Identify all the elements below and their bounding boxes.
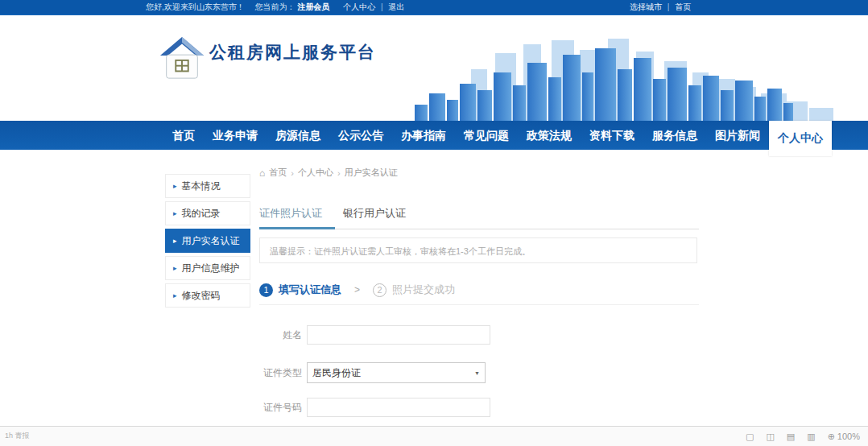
sidebar-item-label: 修改密码 (182, 283, 221, 308)
sidebar-item-basic-info[interactable]: ▸ 基本情况 (165, 174, 250, 198)
breadcrumb-separator: › (337, 168, 341, 178)
name-field-row: 姓名 (259, 324, 699, 345)
topbar-home-link[interactable]: 首页 (675, 2, 691, 11)
sidebar-item-label: 用户实名认证 (182, 229, 240, 253)
nav-item-photo-news[interactable]: 图片新闻 (706, 121, 769, 150)
nav-item-faq[interactable]: 常见问题 (455, 121, 518, 150)
sidebar-item-label: 我的记录 (182, 201, 221, 225)
sidebar-item-realname-auth[interactable]: ▸ 用户实名认证 (165, 229, 250, 253)
step-photo-submitted: 2 照片提交成功 (373, 283, 455, 297)
sidebar-item-label: 基本情况 (182, 174, 221, 198)
step-fill-auth-info: 1 填写认证信息 (259, 283, 341, 297)
personal-center-sidebar: ▸ 基本情况 ▸ 我的记录 ▸ 用户实名认证 ▸ 用户信息维护 ▸ 修改密码 (165, 174, 250, 311)
active-tab-underline (259, 227, 335, 229)
sidebar-item-user-info-maintain[interactable]: ▸ 用户信息维护 (165, 256, 250, 280)
tab-bank-user-auth[interactable]: 银行用户认证 (343, 201, 406, 229)
site-logo house-icon[interactable] (159, 35, 205, 81)
step-separator: > (354, 284, 360, 295)
main-nav: 首页 业务申请 房源信息 公示公告 办事指南 常见问题 政策法规 资料下载 服务… (0, 121, 868, 150)
nav-item-home[interactable]: 首页 (163, 121, 204, 150)
name-label: 姓名 (259, 328, 302, 342)
tab-id-photo-auth[interactable]: 证件照片认证 (259, 201, 322, 229)
browser-status-bar: 1h 青报 ▢ ◫ ▤ ▥ ⊕ 100% (0, 426, 868, 446)
step-number-badge: 1 (259, 283, 273, 297)
id-number-label: 证件号码 (259, 401, 302, 415)
step-indicator: 1 填写认证信息 > 2 照片提交成功 (259, 275, 699, 305)
topbar-divider: | (381, 2, 383, 11)
nav-item-housing-info[interactable]: 房源信息 (267, 121, 329, 150)
auth-tabs: 证件照片认证 银行用户认证 (259, 201, 699, 229)
shield-icon[interactable]: ▤ (787, 432, 795, 442)
topbar-divider-right: | (668, 2, 670, 11)
triangle-right-icon: ▸ (173, 229, 177, 253)
id-type-select[interactable]: 居民身份证 ▼ (307, 362, 486, 383)
id-number-input[interactable] (307, 398, 490, 417)
id-number-field-row: 证件号码 (259, 397, 699, 418)
page-icon[interactable]: ▢ (746, 432, 754, 442)
sidebar-item-my-records[interactable]: ▸ 我的记录 (165, 201, 250, 225)
zoom-icon: ⊕ (828, 432, 835, 442)
nav-item-personal-center[interactable]: 个人中心 (769, 121, 832, 156)
network-icon[interactable]: ◫ (766, 432, 774, 442)
nav-item-guide[interactable]: 办事指南 (392, 121, 455, 150)
status-text: 1h 青报 (5, 431, 30, 441)
member-type-badge: 注册会员 (297, 2, 329, 11)
city-select-link[interactable]: 选择城市 (630, 2, 662, 11)
breadcrumb-realname-auth[interactable]: 用户实名认证 (345, 167, 398, 179)
triangle-right-icon: ▸ (173, 201, 177, 225)
id-type-selected-value: 居民身份证 (312, 366, 361, 380)
step-number-badge: 2 (373, 283, 386, 297)
site-header: 公租房网上服务平台 (0, 15, 868, 121)
sidebar-item-label: 用户信息维护 (182, 256, 240, 280)
nav-item-service-info[interactable]: 服务信息 (643, 121, 706, 150)
zoom-level-text: 100% (837, 432, 860, 441)
logout-link[interactable]: 退出 (388, 2, 404, 11)
browser-page: 您好,欢迎来到山东东营市！ 您当前为： 注册会员 个人中心 | 退出 选择城市 … (0, 0, 868, 446)
chevron-down-icon: ▼ (474, 370, 480, 376)
id-type-label: 证件类型 (259, 366, 302, 380)
notice-banner: 温馨提示：证件照片认证需人工审核，审核将在1-3个工作日完成。 (259, 237, 697, 263)
monitor-icon[interactable]: ▥ (807, 432, 815, 442)
nav-item-public-notice[interactable]: 公示公告 (329, 121, 392, 150)
nav-item-business-apply[interactable]: 业务申请 (204, 121, 267, 150)
city-skyline-graphic (415, 29, 862, 121)
triangle-right-icon: ▸ (173, 174, 177, 198)
breadcrumb-separator: › (291, 168, 294, 178)
current-role-label: 您当前为： (255, 2, 296, 11)
sidebar-item-change-password[interactable]: ▸ 修改密码 (165, 283, 250, 308)
triangle-right-icon: ▸ (173, 283, 177, 308)
triangle-right-icon: ▸ (173, 256, 177, 280)
nav-item-downloads[interactable]: 资料下载 (581, 121, 643, 150)
welcome-text: 您好,欢迎来到山东东营市！ (146, 2, 245, 11)
nav-item-policy[interactable]: 政策法规 (518, 121, 581, 150)
breadcrumb-personal-center[interactable]: 个人中心 (298, 167, 333, 179)
breadcrumb-home[interactable]: 首页 (269, 167, 287, 179)
top-welcome-bar: 您好,欢迎来到山东东营市！ 您当前为： 注册会员 个人中心 | 退出 选择城市 … (0, 0, 868, 15)
name-input[interactable] (307, 325, 490, 345)
breadcrumb: ⌂ 首页 › 个人中心 › 用户实名认证 (259, 167, 398, 179)
browser-zoom-control[interactable]: ⊕ 100% (828, 432, 860, 442)
home-icon: ⌂ (259, 167, 265, 179)
topbar-personal-center-link[interactable]: 个人中心 (343, 2, 375, 11)
site-title: 公租房网上服务平台 (209, 41, 376, 64)
id-type-field-row: 证件类型 居民身份证 ▼ (259, 362, 699, 383)
main-content: ⌂ 首页 › 个人中心 › 用户实名认证 证件照片认证 银行用户认证 温馨提示：… (259, 165, 699, 426)
